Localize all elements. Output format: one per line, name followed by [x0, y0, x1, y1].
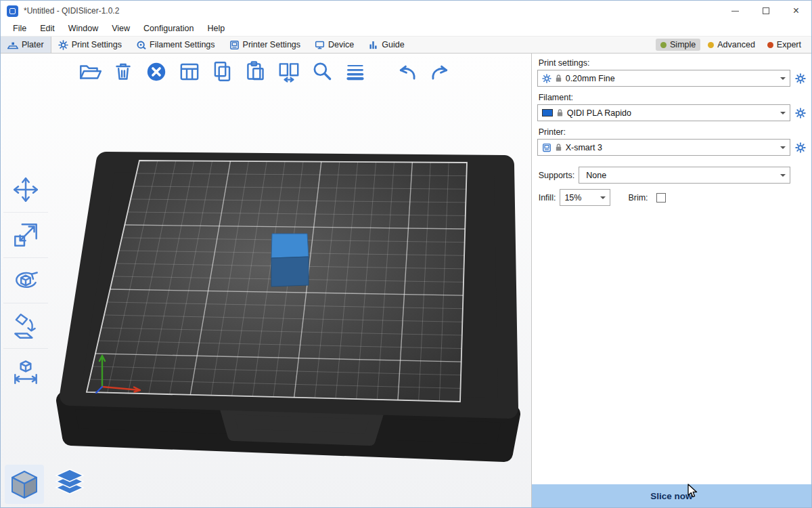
- variable-layer-height-button[interactable]: [342, 58, 369, 85]
- minimize-icon: [731, 11, 739, 12]
- print-settings-select[interactable]: 0.20mm Fine: [537, 70, 790, 87]
- model-object[interactable]: [271, 234, 309, 287]
- supports-label: Supports:: [539, 171, 575, 180]
- edit-printer-button[interactable]: [794, 140, 807, 155]
- tab-label: Filament Settings: [150, 40, 215, 49]
- arrange-icon: [177, 59, 202, 85]
- simple-mode-dot-icon: [660, 42, 667, 48]
- filament-icon: [136, 40, 146, 50]
- menu-edit[interactable]: Edit: [33, 22, 62, 35]
- mode-advanced[interactable]: Advanced: [703, 39, 760, 51]
- scale-icon: [10, 219, 41, 251]
- arrange-button[interactable]: [176, 58, 203, 85]
- guide-icon: [368, 40, 378, 50]
- printer-label: Printer:: [539, 127, 805, 137]
- printer-select[interactable]: X-smart 3: [537, 139, 790, 156]
- app-window: *Untitled - QIDISlicer-1.0.2 × File Edit…: [0, 0, 812, 508]
- close-button[interactable]: ×: [781, 1, 811, 21]
- tab-label: Device: [328, 40, 354, 49]
- filament-select[interactable]: QIDI PLA Rapido: [537, 104, 790, 121]
- gear-icon: [542, 74, 551, 83]
- 3d-view-button[interactable]: [5, 465, 44, 504]
- maximize-button[interactable]: [750, 1, 781, 21]
- window-title: *Untitled - QIDISlicer-1.0.2: [24, 6, 119, 16]
- tab-print-settings[interactable]: Print Settings: [51, 37, 129, 53]
- edit-print-settings-button[interactable]: [794, 71, 807, 86]
- print-settings-value: 0.20mm Fine: [566, 74, 773, 83]
- redo-button[interactable]: [426, 58, 453, 85]
- undo-icon: [394, 59, 420, 85]
- 3d-viewport[interactable]: [1, 54, 531, 507]
- menu-configuration[interactable]: Configuration: [137, 22, 200, 35]
- paste-icon: [243, 59, 269, 85]
- tab-plater[interactable]: Plater: [1, 37, 51, 53]
- menu-view[interactable]: View: [105, 22, 137, 35]
- tab-printer-settings[interactable]: Printer Settings: [223, 37, 308, 53]
- mode-simple[interactable]: Simple: [656, 39, 700, 51]
- scale-tool-button[interactable]: [3, 213, 48, 258]
- open-file-button[interactable]: [76, 58, 104, 85]
- copy-icon: [210, 59, 235, 85]
- dropdown-chevron-icon: [776, 140, 790, 155]
- rotate-tool-button[interactable]: [3, 258, 48, 303]
- print-settings-label: Print settings:: [539, 58, 805, 68]
- menu-help[interactable]: Help: [200, 22, 231, 35]
- dropdown-chevron-icon: [776, 105, 790, 121]
- menu-bar: File Edit Window View Configuration Help: [1, 21, 811, 36]
- printer-icon: [542, 143, 551, 152]
- tab-bar: Plater Print Settings Filament Settings …: [1, 36, 811, 54]
- tab-filament-settings[interactable]: Filament Settings: [129, 37, 223, 53]
- instances-icon: [276, 59, 302, 85]
- tab-guide[interactable]: Guide: [361, 37, 411, 53]
- window-controls: ×: [720, 1, 811, 21]
- brim-checkbox[interactable]: [656, 193, 666, 203]
- tab-device[interactable]: Device: [308, 37, 361, 53]
- mode-expert[interactable]: Expert: [763, 39, 806, 51]
- lock-icon: [555, 143, 562, 152]
- search-button[interactable]: [309, 58, 336, 85]
- mode-label: Simple: [670, 40, 696, 49]
- gear-icon: [795, 142, 806, 153]
- slice-now-button[interactable]: Slice now: [532, 484, 811, 507]
- lock-icon: [556, 108, 564, 117]
- viewport-toolbar: [76, 58, 453, 85]
- maximize-icon: [763, 7, 769, 14]
- measure-tool-button[interactable]: [3, 349, 48, 394]
- filament-color-swatch: [542, 109, 553, 117]
- dropdown-chevron-icon: [776, 70, 790, 86]
- filament-label: Filament:: [539, 93, 805, 102]
- delete-button[interactable]: [110, 58, 137, 85]
- gizmo-toolbar: [3, 167, 48, 394]
- move-tool-button[interactable]: [3, 167, 48, 213]
- tab-label: Plater: [22, 40, 44, 49]
- delete-all-button[interactable]: [143, 58, 170, 85]
- scene-canvas[interactable]: [1, 54, 531, 507]
- printer-value: X-smart 3: [566, 143, 773, 152]
- lock-icon: [555, 74, 562, 83]
- place-on-face-tool-button[interactable]: [3, 303, 48, 349]
- delete-icon: [110, 59, 136, 85]
- supports-select[interactable]: None: [579, 167, 790, 184]
- menu-file[interactable]: File: [6, 22, 33, 35]
- build-plate: [65, 161, 512, 453]
- layers-view-button[interactable]: [50, 465, 89, 504]
- infill-select[interactable]: 15%: [560, 189, 610, 206]
- paste-button[interactable]: [242, 58, 269, 85]
- variable-layer-height-icon: [342, 59, 368, 85]
- settings-sidebar: Print settings: 0.20mm Fine Filament: QI…: [531, 54, 811, 507]
- expert-mode-dot-icon: [767, 42, 773, 48]
- measure-icon: [10, 356, 41, 387]
- edit-filament-button[interactable]: [794, 106, 807, 121]
- move-icon: [10, 174, 41, 205]
- tab-label: Print Settings: [72, 40, 122, 49]
- close-icon: ×: [793, 5, 799, 16]
- device-icon: [315, 40, 325, 50]
- rotate-icon: [10, 265, 41, 296]
- undo-button[interactable]: [394, 58, 421, 85]
- menu-window[interactable]: Window: [62, 22, 105, 35]
- 3d-view-icon: [7, 467, 42, 502]
- copy-button[interactable]: [209, 58, 236, 85]
- minimize-button[interactable]: [720, 1, 750, 21]
- instances-button[interactable]: [275, 58, 302, 85]
- gear-icon: [795, 73, 806, 84]
